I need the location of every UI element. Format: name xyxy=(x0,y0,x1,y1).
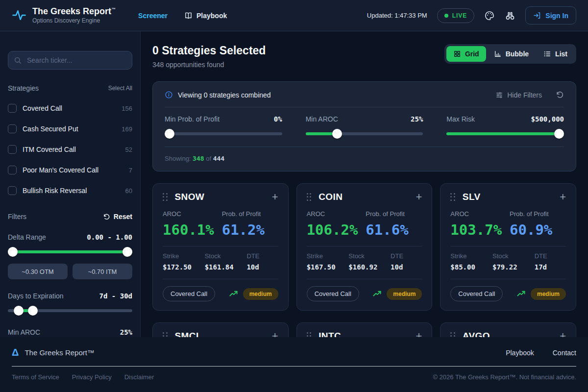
strategy-card-avgo: AVGO + xyxy=(440,322,576,337)
strategy-type-pill[interactable]: Covered Call xyxy=(163,286,215,301)
strategy-card-smci: SMCI + xyxy=(152,322,289,337)
dte-label: DTE xyxy=(246,252,278,260)
strategy-type-pill[interactable]: Covered Call xyxy=(307,286,359,301)
stock-value: $161.84 xyxy=(205,263,247,271)
trend-up-icon xyxy=(372,289,382,298)
page-footer: Δ The Greeks Report™ Playbook Contact Te… xyxy=(0,337,588,392)
search-icon xyxy=(14,56,22,64)
hide-filters-button[interactable]: Hide Filters xyxy=(495,91,542,99)
dte-slider[interactable] xyxy=(8,306,132,316)
checkbox[interactable] xyxy=(8,166,17,174)
delta-range-label: Delta Range xyxy=(8,233,46,241)
max-risk-slider[interactable] xyxy=(446,129,564,139)
top-bar: The Greeks Report™ Options Discovery Eng… xyxy=(0,0,588,31)
add-to-selection-button[interactable]: + xyxy=(416,192,422,202)
nav-playbook-label: Playbook xyxy=(196,12,227,20)
add-to-selection-button[interactable]: + xyxy=(560,331,566,337)
theme-palette-button[interactable] xyxy=(484,10,495,21)
drag-handle-icon[interactable] xyxy=(307,193,312,201)
stock-label: Stock xyxy=(205,252,247,260)
strategy-item-poor-mans-covered-call[interactable]: Poor Man's Covered Call 7 xyxy=(8,166,132,174)
drag-handle-icon[interactable] xyxy=(163,193,168,201)
aroc-label: AROC xyxy=(163,210,222,218)
reset-label: Reset xyxy=(114,213,132,220)
slider-handle[interactable] xyxy=(554,129,564,139)
min-pop-slider[interactable] xyxy=(165,129,282,139)
stock-label: Stock xyxy=(348,252,391,260)
strategy-item-itm-covered-call[interactable]: ITM Covered Call 52 xyxy=(8,145,132,154)
checkbox[interactable] xyxy=(8,145,17,154)
trend-up-icon xyxy=(229,289,238,298)
aroc-value: 160.1% xyxy=(163,221,222,238)
footer-link-terms[interactable]: Terms of Service xyxy=(12,373,59,381)
card-ticker: SNOW xyxy=(175,192,205,202)
select-all-button[interactable]: Select All xyxy=(108,85,132,92)
filters-panel: Viewing 0 strategies combined Hide Filte… xyxy=(152,81,576,172)
slider-handle-min[interactable] xyxy=(14,306,24,316)
add-to-selection-button[interactable]: + xyxy=(560,192,566,202)
drag-handle-icon[interactable] xyxy=(450,332,456,338)
binoculars-icon xyxy=(505,10,515,21)
card-ticker: SLV xyxy=(463,192,481,202)
nav-playbook[interactable]: Playbook xyxy=(184,11,227,20)
drag-handle-icon[interactable] xyxy=(450,193,456,201)
strategy-item-covered-call[interactable]: Covered Call 156 xyxy=(8,104,132,113)
slider-handle-max[interactable] xyxy=(28,306,38,316)
footer-link-playbook[interactable]: Playbook xyxy=(506,349,534,357)
pop-value: 60.9% xyxy=(510,221,566,238)
strategy-label: Bullish Risk Reversal xyxy=(23,187,87,195)
checkbox[interactable] xyxy=(8,104,17,113)
watchlist-button[interactable] xyxy=(505,10,515,21)
strategy-label: Covered Call xyxy=(23,104,62,112)
divider xyxy=(165,147,564,147)
footer-link-contact[interactable]: Contact xyxy=(553,349,576,357)
min-aroc-filter: Min AROC 25% xyxy=(306,115,423,139)
strategy-item-bullish-risk-reversal[interactable]: Bullish Risk Reversal 60 xyxy=(8,186,132,195)
add-to-selection-button[interactable]: + xyxy=(272,192,278,202)
drag-handle-icon[interactable] xyxy=(163,332,168,338)
strategy-count: 52 xyxy=(125,146,132,153)
filters-sidebar: Strategies Select All Covered Call 156 C… xyxy=(0,31,141,337)
strategy-item-cash-secured-put[interactable]: Cash Secured Put 169 xyxy=(8,124,132,133)
view-grid-button[interactable]: Grid xyxy=(446,46,486,62)
risk-badge: medium xyxy=(531,288,566,300)
strategy-count: 60 xyxy=(125,187,132,195)
strategy-type-pill[interactable]: Covered Call xyxy=(450,286,503,301)
view-list-button[interactable]: List xyxy=(537,46,574,62)
strategy-card-coin: COIN + AROC 106.2% Prob. of Profit 61.6%… xyxy=(296,183,433,311)
footer-link-disclaimer[interactable]: Disclaimer xyxy=(124,373,154,381)
hide-filters-label: Hide Filters xyxy=(507,91,542,99)
slider-handle[interactable] xyxy=(332,129,342,139)
refresh-filters-button[interactable] xyxy=(556,91,564,99)
max-risk-value: $500,000 xyxy=(531,115,564,123)
slider-handle[interactable] xyxy=(165,129,174,139)
reset-filters-button[interactable]: Reset xyxy=(103,213,132,220)
delta-range-slider[interactable] xyxy=(8,247,132,257)
strategy-label: Cash Secured Put xyxy=(23,125,78,133)
add-to-selection-button[interactable]: + xyxy=(272,331,278,337)
checkbox[interactable] xyxy=(8,186,17,195)
preset-itm-button[interactable]: ~0.70 ITM xyxy=(73,264,132,279)
min-aroc-slider[interactable] xyxy=(306,129,423,139)
app-title: The Greeks Report™ xyxy=(32,7,116,17)
pop-value: 61.6% xyxy=(366,221,422,238)
info-icon xyxy=(165,91,173,99)
sign-in-button[interactable]: Sign In xyxy=(525,6,576,24)
preset-otm-button[interactable]: ~0.30 OTM xyxy=(8,264,68,279)
view-toggle: Grid Bubble List xyxy=(444,44,576,64)
footer-link-privacy[interactable]: Privacy Policy xyxy=(72,373,112,381)
grid-icon xyxy=(453,50,461,58)
min-aroc-label: Min AROC xyxy=(8,328,40,336)
strike-label: Strike xyxy=(307,252,349,260)
view-bubble-button[interactable]: Bubble xyxy=(487,46,536,62)
search-ticker-input[interactable] xyxy=(8,51,132,70)
aroc-label: AROC xyxy=(450,210,510,218)
drag-handle-icon[interactable] xyxy=(307,332,312,338)
dte-label: DTE xyxy=(391,252,422,260)
add-to-selection-button[interactable]: + xyxy=(416,331,422,337)
checkbox[interactable] xyxy=(8,124,17,133)
nav-screener[interactable]: Screener xyxy=(138,12,168,20)
slider-handle-max[interactable] xyxy=(122,247,132,257)
live-status-badge: LIVE xyxy=(437,8,475,23)
slider-handle-min[interactable] xyxy=(8,247,18,257)
